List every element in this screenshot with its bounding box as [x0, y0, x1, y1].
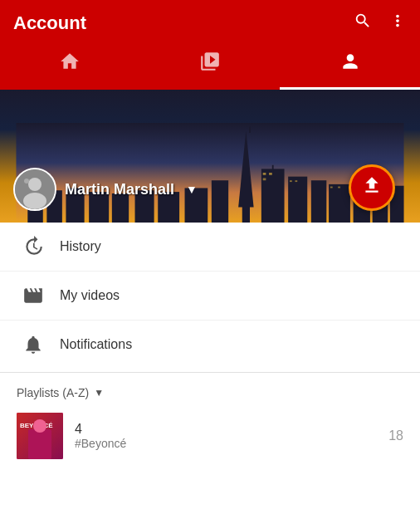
playlist-thumbnail: BEYONCÉ [17, 413, 63, 459]
svg-rect-19 [249, 127, 251, 133]
tab-home[interactable] [0, 46, 140, 87]
playlist-name: #Beyoncé [75, 437, 388, 450]
playlist-info: 4 #Beyoncé [75, 422, 388, 450]
svg-rect-25 [295, 180, 297, 182]
playlist-videos-count: 18 [388, 428, 403, 443]
menu-item-history[interactable]: History [0, 223, 420, 272]
banner: Martin Marshall ▼ [0, 90, 420, 223]
notifications-icon [17, 334, 50, 355]
svg-point-30 [23, 193, 46, 209]
my-videos-label: My videos [60, 288, 120, 303]
home-icon [59, 51, 81, 77]
playlists-dropdown-icon[interactable]: ▼ [94, 387, 104, 399]
my-videos-icon [17, 285, 50, 306]
header-icons [354, 12, 407, 35]
svg-rect-5 [311, 180, 326, 223]
divider [0, 372, 420, 373]
history-icon [17, 236, 50, 257]
svg-rect-10 [212, 180, 228, 223]
user-name: Martin Marshall [65, 181, 174, 198]
menu-item-my-videos[interactable]: My videos [0, 272, 420, 321]
svg-point-36 [33, 419, 46, 433]
upload-button[interactable] [349, 164, 395, 211]
account-icon [339, 51, 361, 77]
svg-point-29 [28, 178, 42, 191]
playlist-count: 4 [75, 422, 388, 437]
playlist-item[interactable]: BEYONCÉ 4 #Beyoncé 18 [0, 406, 420, 466]
svg-rect-21 [263, 173, 266, 175]
svg-rect-35 [28, 429, 51, 459]
search-icon[interactable] [354, 12, 372, 35]
tab-account[interactable] [280, 46, 420, 87]
dropdown-arrow-icon[interactable]: ▼ [186, 183, 198, 196]
svg-rect-20 [272, 165, 274, 171]
svg-point-31 [24, 179, 29, 184]
svg-rect-4 [288, 177, 307, 223]
menu-list: History My videos Notifications [0, 223, 420, 369]
svg-rect-26 [330, 187, 333, 188]
notifications-label: Notifications [60, 337, 132, 352]
tab-subscriptions[interactable] [140, 46, 281, 87]
svg-rect-22 [269, 173, 272, 175]
nav-tabs [0, 46, 420, 90]
history-label: History [60, 239, 101, 254]
more-options-icon[interactable] [388, 12, 407, 35]
menu-item-notifications[interactable]: Notifications [0, 321, 420, 369]
playlists-header: Playlists (A-Z) ▼ [0, 376, 420, 406]
banner-user: Martin Marshall ▼ [13, 168, 198, 211]
svg-rect-2 [242, 206, 250, 223]
svg-rect-27 [338, 187, 340, 188]
playlists-title: Playlists (A-Z) [17, 386, 89, 399]
svg-rect-3 [261, 169, 285, 223]
top-header: Account [0, 0, 420, 46]
subscriptions-icon [199, 51, 221, 77]
svg-rect-24 [290, 180, 292, 182]
svg-rect-23 [263, 178, 266, 180]
upload-icon [361, 174, 383, 201]
page-title: Account [13, 12, 354, 34]
avatar [13, 168, 56, 211]
svg-rect-6 [329, 184, 350, 223]
